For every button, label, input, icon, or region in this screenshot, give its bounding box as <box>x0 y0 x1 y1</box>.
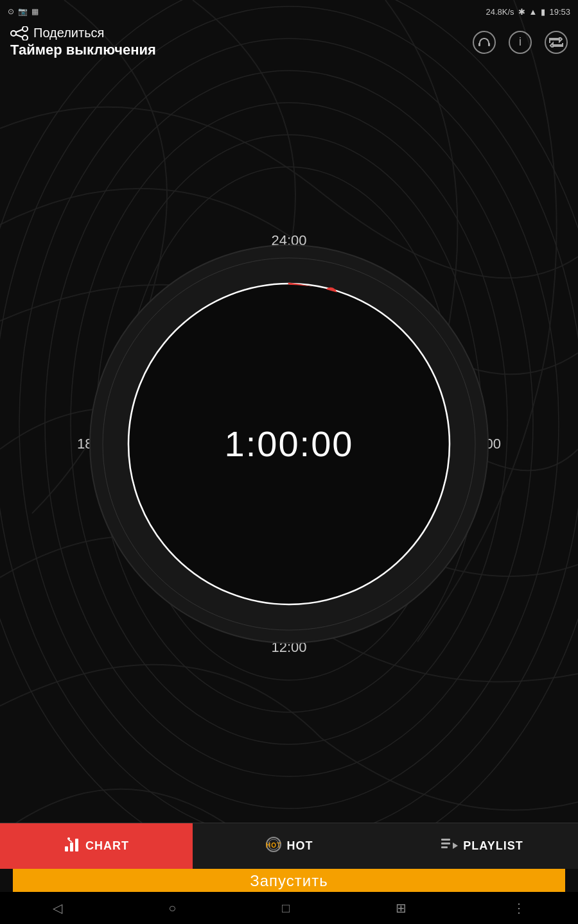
svg-rect-21 <box>70 843 73 851</box>
wifi-icon: ▲ <box>529 7 538 17</box>
more-button[interactable]: ⋮ <box>512 900 525 916</box>
svg-rect-20 <box>65 846 68 851</box>
expand-button[interactable]: ⊞ <box>396 900 407 916</box>
hot-label: HOT <box>287 839 313 853</box>
bottom-nav: CHART HOT HOT PLAYLIST <box>0 823 578 869</box>
share-icon <box>10 26 28 40</box>
info-button[interactable]: i <box>509 31 532 54</box>
svg-point-23 <box>67 837 70 840</box>
svg-rect-27 <box>441 839 450 841</box>
share-label: Поделиться <box>33 26 104 40</box>
nav-hot[interactable]: HOT HOT <box>193 823 385 869</box>
playlist-label: PLAYLIST <box>463 839 523 853</box>
clock-container[interactable]: 24:00 6:00 12:00 18:00 <box>71 226 507 662</box>
playlist-icon <box>440 837 458 855</box>
hot-icon: HOT <box>265 836 282 857</box>
status-icon2: 📷 <box>18 7 28 16</box>
status-left: ⊙ 📷 ▦ <box>8 7 39 16</box>
svg-rect-28 <box>441 843 450 844</box>
svg-text:HOT: HOT <box>265 842 281 849</box>
header-icons: i <box>473 31 568 54</box>
page-title: Таймер выключения <box>10 42 156 58</box>
status-icon3: ▦ <box>31 7 39 16</box>
home-button[interactable]: ○ <box>168 901 176 916</box>
svg-point-8 <box>11 31 16 36</box>
timer-area[interactable]: 24:00 6:00 12:00 18:00 <box>0 76 578 811</box>
headphone-button[interactable] <box>473 31 496 54</box>
bluetooth-icon: ✱ <box>518 7 525 17</box>
chart-icon <box>64 836 80 857</box>
chart-label: CHART <box>85 839 129 853</box>
svg-marker-30 <box>453 843 458 849</box>
network-speed: 24.8K/s <box>486 7 514 17</box>
svg-point-10 <box>22 35 28 40</box>
svg-rect-13 <box>478 43 480 46</box>
system-nav-bar: ◁ ○ □ ⊞ ⋮ <box>0 892 578 924</box>
nav-playlist[interactable]: PLAYLIST <box>385 823 578 869</box>
svg-rect-14 <box>488 43 490 46</box>
info-icon: i <box>519 35 521 49</box>
status-bar: ⊙ 📷 ▦ 24.8K/s ✱ ▲ ▮ 19:53 <box>0 0 578 23</box>
nav-chart[interactable]: CHART <box>0 823 193 869</box>
svg-rect-22 <box>75 839 78 851</box>
svg-point-9 <box>22 26 28 31</box>
status-right: 24.8K/s ✱ ▲ ▮ 19:53 <box>486 7 570 17</box>
svg-rect-29 <box>441 846 448 848</box>
repeat-button[interactable] <box>545 31 568 54</box>
clock: 19:53 <box>549 7 570 17</box>
timer-display: 1:00:00 <box>225 423 354 465</box>
back-button[interactable]: ◁ <box>53 900 62 916</box>
battery-icon: ▮ <box>541 7 545 17</box>
header-left: Поделиться Таймер выключения <box>10 26 156 58</box>
recent-button[interactable]: □ <box>282 901 290 916</box>
status-icon1: ⊙ <box>8 7 14 16</box>
svg-line-11 <box>16 30 22 32</box>
header: Поделиться Таймер выключения i <box>0 23 578 64</box>
svg-line-12 <box>16 35 22 37</box>
share-row[interactable]: Поделиться <box>10 26 156 40</box>
